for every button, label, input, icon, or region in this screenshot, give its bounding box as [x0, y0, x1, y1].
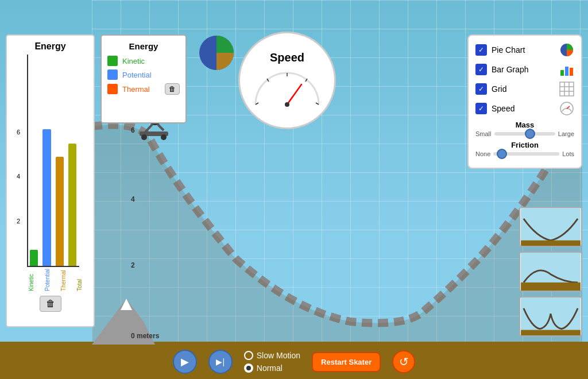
legend-item-thermal: Thermal 🗑	[107, 83, 180, 95]
bar-label-potential: Potential	[44, 269, 56, 291]
energy-legend-panel: Energy Kinetic Potential Thermal 🗑	[100, 34, 187, 123]
legend-item-potential: Potential	[107, 69, 180, 80]
slow-motion-label: Slow Motion	[257, 351, 300, 360]
track-thumbnail-2[interactable]	[519, 252, 582, 292]
speed-icon	[559, 101, 574, 116]
potential-color-box	[107, 69, 118, 80]
bar-graph-label: Bar Graph	[492, 65, 555, 74]
potential-label: Potential	[122, 71, 152, 79]
grid-label: Grid	[492, 84, 555, 94]
mass-slider-track[interactable]	[494, 132, 555, 136]
double-valley-track-icon	[520, 297, 581, 335]
friction-slider-thumb[interactable]	[497, 149, 507, 159]
pie-chart-display	[198, 34, 235, 72]
speed-checkbox[interactable]: ✓	[475, 103, 487, 114]
bar-thermal	[56, 157, 64, 267]
valley-track-icon	[520, 208, 581, 246]
bar-graph-checkbox[interactable]: ✓	[475, 64, 487, 75]
svg-point-10	[161, 134, 167, 140]
play-button[interactable]: ▶	[173, 350, 197, 374]
hill-track-icon	[520, 253, 581, 291]
mass-label: Mass	[475, 121, 574, 129]
axis-0-meters: 0 meters	[131, 332, 159, 340]
svg-rect-34	[521, 283, 581, 291]
thermal-label: Thermal	[122, 85, 150, 94]
svg-rect-22	[565, 67, 568, 76]
remove-thermal-button[interactable]: 🗑	[165, 83, 180, 95]
svg-point-9	[141, 134, 147, 140]
y-tick-2: 2	[17, 218, 20, 225]
energy-bar-title: Energy	[13, 41, 88, 52]
grid-control: ✓ Grid	[475, 82, 574, 96]
grid-icon	[559, 82, 574, 96]
trash-btn-area: 🗑	[13, 296, 88, 312]
controls-panel: ✓ Pie Chart ✓ Bar Graph ✓ Grid ✓	[467, 34, 582, 169]
svg-point-19	[285, 102, 289, 107]
bottom-bar: ▶ ▶| Slow Motion Normal Restart Skater ↺	[0, 345, 588, 379]
friction-label: Friction	[475, 141, 574, 149]
bar-label-kinetic: Kinetic	[28, 269, 40, 291]
svg-line-30	[567, 106, 570, 109]
speed-title: Speed	[270, 51, 304, 64]
pie-chart-control: ✓ Pie Chart	[475, 42, 574, 57]
svg-line-6	[145, 125, 152, 132]
svg-line-18	[287, 84, 301, 105]
energy-bar-panel: Energy 6 4 2 Kinetic Potential Thermal T…	[6, 34, 95, 327]
step-button[interactable]: ▶|	[208, 350, 233, 374]
friction-slider-track[interactable]	[493, 152, 559, 156]
restart-skater-button[interactable]: Restart Skater	[312, 352, 381, 372]
mass-min-label: Small	[475, 130, 492, 137]
axis-2: 2	[131, 261, 135, 269]
svg-line-7	[158, 125, 164, 130]
track-thumbnail-1[interactable]	[519, 207, 582, 247]
svg-rect-24	[560, 82, 574, 96]
bar-potential	[42, 129, 51, 268]
refresh-button[interactable]: ↺	[392, 350, 415, 373]
slow-motion-option[interactable]: Slow Motion	[244, 351, 300, 360]
track-thumbnail-3[interactable]	[519, 296, 582, 337]
pie-chart-icon	[559, 42, 574, 57]
normal-radio[interactable]	[244, 363, 253, 373]
bar-kinetic	[30, 250, 38, 267]
svg-rect-36	[521, 330, 581, 335]
speed-label: Speed	[492, 104, 555, 113]
normal-speed-option[interactable]: Normal	[244, 363, 300, 373]
thumbnails-panel	[519, 207, 582, 337]
mass-slider-thumb[interactable]	[525, 129, 535, 139]
legend-title: Energy	[107, 41, 180, 51]
clear-energy-button[interactable]: 🗑	[40, 296, 61, 312]
motion-radio-group: Slow Motion Normal	[244, 351, 300, 373]
bar-total	[68, 144, 76, 267]
position-6: 6	[131, 126, 135, 134]
friction-max-label: Lots	[562, 150, 574, 157]
speedometer: Speed	[238, 32, 336, 129]
axis-4: 4	[131, 195, 135, 203]
kinetic-label: Kinetic	[122, 57, 145, 65]
slow-motion-radio[interactable]	[244, 351, 253, 360]
friction-section: Friction None Lots	[475, 141, 574, 157]
speed-control: ✓ Speed	[475, 101, 574, 116]
y-tick-6: 6	[17, 129, 20, 136]
mass-max-label: Large	[558, 130, 574, 137]
speed-dial-svg	[250, 67, 324, 110]
svg-rect-21	[560, 70, 564, 76]
normal-label: Normal	[257, 363, 283, 373]
y-tick-4: 4	[17, 173, 20, 180]
pie-chart-checkbox[interactable]: ✓	[475, 44, 487, 56]
thermal-color-box	[107, 84, 118, 94]
pie-chart-label: Pie Chart	[492, 45, 555, 55]
bar-graph-icon	[559, 62, 574, 77]
kinetic-color-box	[107, 56, 118, 66]
friction-min-label: None	[475, 150, 490, 157]
bar-label-thermal: Thermal	[60, 269, 72, 291]
bar-graph-control: ✓ Bar Graph	[475, 62, 574, 77]
legend-item-kinetic: Kinetic	[107, 56, 180, 66]
mass-section: Mass Small Large	[475, 121, 574, 137]
bar-label-total: Total	[76, 269, 88, 291]
svg-rect-32	[521, 241, 581, 246]
grid-checkbox[interactable]: ✓	[475, 83, 487, 95]
svg-rect-23	[570, 68, 573, 76]
